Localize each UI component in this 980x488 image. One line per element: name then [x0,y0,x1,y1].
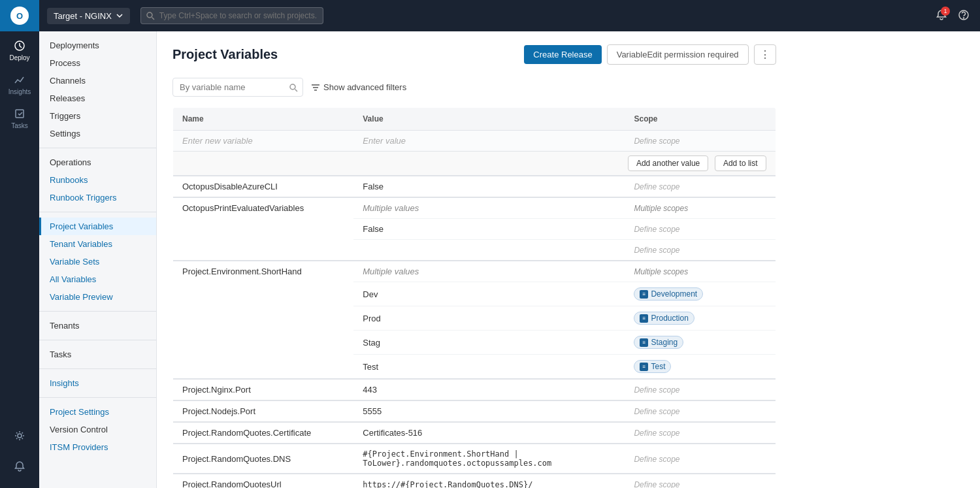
sidebar-item-tenant-variables[interactable]: Tenant Variables [39,235,156,253]
variable-name-filter[interactable] [172,78,303,97]
var-name-nginx-port: Project.Nginx.Port [173,379,354,400]
sidebar: Deployments Process Channels Releases Tr… [39,31,157,488]
nav-settings-icon[interactable] [13,423,26,451]
var-name-print-eval: OctopusPrintEvaluatedVariables [173,197,354,261]
search-input[interactable] [140,7,323,24]
var-scope-url: Define scope [625,474,776,488]
add-actions-row: Add another value Add to list [173,152,776,176]
permission-required-button[interactable]: VariableEdit permission required [607,44,749,65]
var-scope-prod: ≡ Production [625,306,776,331]
sidebar-item-project-variables[interactable]: Project Variables [39,218,156,235]
var-name-env-shorthand: Project.Environment.ShortHand [173,261,354,379]
svg-point-7 [290,84,295,89]
sidebar-item-channels[interactable]: Channels [39,72,156,89]
sidebar-item-runbook-triggers[interactable]: Runbook Triggers [39,189,156,206]
notification-button[interactable]: 1 [936,9,947,23]
sidebar-item-runbooks[interactable]: Runbooks [39,171,156,189]
sidebar-item-releases[interactable]: Releases [39,89,156,107]
nav-deploy-label: Deploy [9,54,29,61]
svg-line-1 [152,18,154,20]
var-scope-nginx-port: Define scope [625,379,776,400]
sidebar-item-project-settings[interactable]: Project Settings [39,403,156,421]
table-row: Project.RandomQuotesUrl https://#{Projec… [173,474,776,488]
sidebar-item-insights[interactable]: Insights [39,374,156,392]
filter-icon [311,83,320,92]
notification-badge: 1 [941,7,950,16]
var-scope-certificate: Define scope [625,422,776,444]
add-to-list-button[interactable]: Add to list [715,155,766,171]
chevron-down-icon [116,12,123,20]
table-row: OctopusPrintEvaluatedVariables Multiple … [173,197,776,219]
var-scope-nodejs-port: Define scope [625,400,776,422]
var-value-prod: Prod [353,306,625,331]
sidebar-item-all-variables[interactable]: All Variables [39,270,156,288]
var-value-nginx-port: 443 [353,379,625,400]
var-value-print-eval-2 [353,240,625,261]
sidebar-item-triggers[interactable]: Triggers [39,107,156,125]
col-header-name: Name [173,108,354,131]
table-row: Project.Nodejs.Port 5555 Define scope [173,400,776,422]
var-value-print-eval-1: False [353,219,625,240]
table-row: Project.Nginx.Port 443 Define scope [173,379,776,400]
svg-point-0 [147,12,152,18]
svg-point-6 [18,434,22,438]
nav-insights-label: Insights [8,88,31,95]
col-header-scope: Scope [625,108,776,131]
table-row: OctopusDisableAzureCLI False Define scop… [173,176,776,197]
search-container [140,7,323,24]
var-value-env-header: Multiple values [353,261,625,282]
sidebar-item-deployments[interactable]: Deployments [39,37,156,54]
var-scope-dev: ≡ Development [625,282,776,306]
variables-table: Name Value Scope Enter new variable Ente… [172,107,776,488]
sidebar-label-tenants: Tenants [39,317,156,334]
var-name-url: Project.RandomQuotesUrl [173,474,354,488]
nav-deploy[interactable]: Deploy [0,31,39,67]
table-row: Project.RandomQuotes.Certificate Certifi… [173,422,776,444]
sidebar-item-itsm-providers[interactable]: ITSM Providers [39,438,156,456]
var-value-url: https://#{Project.RandomQuotes.DNS}/ [353,474,625,488]
sidebar-label-operations: Operations [39,154,156,171]
nav-bell-icon[interactable] [13,453,26,481]
advanced-filters-button[interactable]: Show advanced filters [311,82,406,92]
nav-tasks[interactable]: Tasks [0,101,39,135]
filter-bar: Show advanced filters [172,78,776,97]
var-scope-print-eval-1: Define scope [625,219,776,240]
octopus-logo[interactable]: O [0,0,39,31]
project-selector[interactable]: Target - NGINX [47,8,130,24]
page-header: Project Variables Create Release Variabl… [172,44,776,65]
new-variable-value-placeholder[interactable]: Enter value [363,136,406,146]
var-scope-test: ≡ Test [625,355,776,380]
topbar-right: 1 [936,9,980,23]
left-icon-nav: Deploy Insights Tasks [0,31,39,488]
var-value-stag: Stag [353,331,625,355]
sidebar-item-process[interactable]: Process [39,54,156,72]
var-value-nodejs-port: 5555 [353,400,625,422]
var-name-dns: Project.RandomQuotes.DNS [173,444,354,474]
svg-rect-5 [16,110,24,118]
var-value-dev: Dev [353,282,625,306]
new-variable-row: Enter new variable Enter value Define sc… [173,131,776,152]
svg-line-8 [295,89,298,91]
var-scope-dns: Define scope [625,444,776,474]
var-name-certificate: Project.RandomQuotes.Certificate [173,422,354,444]
create-release-button[interactable]: Create Release [524,45,601,64]
add-another-value-button[interactable]: Add another value [628,155,708,171]
search-icon [146,11,155,20]
sidebar-item-settings-deploy[interactable]: Settings [39,125,156,142]
sidebar-item-variable-preview[interactable]: Variable Preview [39,288,156,306]
new-variable-name-placeholder[interactable]: Enter new variable [182,136,253,146]
more-options-button[interactable]: ⋮ [754,44,776,65]
nav-insights[interactable]: Insights [0,67,39,101]
var-name-azure-cli: OctopusDisableAzureCLI [173,176,354,197]
var-value-test: Test [353,355,625,380]
sidebar-item-variable-sets[interactable]: Variable Sets [39,253,156,270]
page-title: Project Variables [172,47,278,62]
filter-search-icon [289,83,298,92]
col-header-value: Value [353,108,625,131]
sidebar-item-version-control: Version Control [39,421,156,438]
help-button[interactable] [958,9,970,23]
var-scope-env-header: Multiple scopes [625,261,776,282]
var-scope-stag: ≡ Staging [625,331,776,355]
new-variable-scope-placeholder: Define scope [634,137,679,146]
var-scope-azure-cli: Define scope [625,176,776,197]
